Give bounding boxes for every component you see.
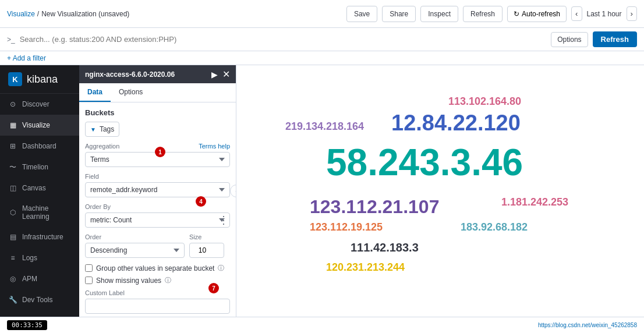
share-button[interactable]: Share	[382, 6, 416, 22]
field-select[interactable]: remote_addr.keyword	[85, 182, 230, 197]
terms-help-link[interactable]: Terms help	[199, 143, 230, 150]
search-prompt-icon: >_	[7, 36, 15, 44]
main-content: K kibana ⊙ Discover ▦ Visualize ⊞ Dashbo…	[0, 65, 644, 317]
auto-refresh-label: Auto-refresh	[522, 10, 560, 18]
kibana-icon: K	[8, 72, 22, 86]
ip-tag[interactable]: 120.231.213.244	[326, 261, 405, 274]
ip-tag[interactable]: 1.181.242.253	[501, 196, 568, 208]
bottom-bar: 00:33:35 https://blog.csdn.net/weixin_45…	[0, 317, 644, 333]
ip-tag[interactable]: 113.102.164.80	[448, 95, 521, 108]
group-other-label: Group other values in separate bucket	[96, 264, 214, 272]
ip-tag[interactable]: 12.84.22.120	[391, 111, 521, 136]
order-label: Order	[85, 233, 185, 240]
refresh-top-button[interactable]: Refresh	[463, 6, 503, 22]
nav-next-button[interactable]: ›	[627, 6, 637, 21]
size-input[interactable]	[189, 243, 224, 258]
time-range-label: Last 1 hour	[587, 10, 622, 18]
sidebar-item-label: Machine Learning	[22, 204, 71, 221]
search-refresh-button[interactable]: Refresh	[593, 31, 637, 47]
panel-body: Buckets ▼ Tags Aggregation Terms help Te…	[79, 102, 236, 317]
ip-tag[interactable]: 219.134.218.164	[285, 121, 364, 133]
ip-tag[interactable]: 183.92.68.182	[461, 221, 528, 233]
play-button[interactable]: ▶	[211, 70, 218, 79]
show-missing-row: Show missing values ⓘ	[85, 276, 230, 285]
sidebar-item-label: Logs	[22, 254, 37, 262]
sidebar-item-timelion[interactable]: 〜 Timelion	[0, 157, 79, 178]
size-label: Size	[189, 233, 230, 240]
aggregation-select[interactable]: Terms	[85, 152, 230, 167]
sidebar-item-discover[interactable]: ⊙ Discover	[0, 94, 79, 115]
sidebar-item-infrastructure[interactable]: ▤ Infrastructure	[0, 226, 79, 247]
tags-button[interactable]: ▼ Tags	[85, 122, 119, 137]
kibana-text: kibana	[27, 73, 58, 86]
wrench-icon: 🔧	[8, 295, 17, 304]
grid-icon: ⊞	[8, 141, 17, 151]
sidebar-item-apm[interactable]: ◎ APM	[0, 268, 79, 289]
order-size-row: Order Descending Size	[85, 233, 230, 258]
save-button[interactable]: Save	[346, 6, 377, 22]
sidebar-item-label: Dev Tools	[22, 296, 52, 304]
custom-label-input[interactable]	[85, 299, 230, 314]
breadcrumb-visualize[interactable]: Visualize	[7, 10, 35, 18]
time-badge: 00:33:35	[7, 320, 47, 330]
tags-label: Tags	[100, 125, 114, 133]
buckets-title: Buckets	[85, 108, 230, 117]
sidebar-item-label: Infrastructure	[22, 233, 63, 241]
sidebar-item-machine-learning[interactable]: ⬡ Machine Learning	[0, 199, 79, 226]
order-by-select-wrap: metric: Count ⋮	[85, 212, 230, 228]
sidebar-item-label: APM	[22, 275, 37, 283]
tag-cloud: 113.102.164.80219.134.218.16412.84.22.12…	[236, 65, 644, 317]
sidebar-item-label: Discover	[22, 100, 49, 108]
order-by-label: Order By	[85, 203, 230, 210]
nav-prev-button[interactable]: ‹	[571, 6, 582, 21]
group-other-info-icon: ⓘ	[218, 264, 224, 272]
sidebar-item-label: Timelion	[22, 163, 48, 171]
search-input[interactable]	[20, 35, 547, 44]
add-filter-button[interactable]: + Add a filter	[7, 54, 46, 62]
breadcrumb-separator: /	[37, 10, 39, 18]
refresh-icon: ↻	[514, 10, 519, 18]
filter-bar: + Add a filter	[0, 51, 644, 65]
apm-icon: ◎	[8, 274, 17, 284]
tab-data[interactable]: Data	[79, 83, 111, 102]
options-button[interactable]: Options	[551, 32, 588, 47]
close-panel-button[interactable]: ✕	[222, 69, 230, 80]
sidebar-item-dashboard[interactable]: ⊞ Dashboard	[0, 136, 79, 157]
compass-icon: ⊙	[8, 100, 17, 109]
search-bar: >_ Options Refresh	[0, 28, 644, 51]
breadcrumb: Visualize / New Visualization (unsaved)	[7, 10, 129, 18]
sidebar-item-dev-tools[interactable]: 🔧 Dev Tools	[0, 289, 79, 310]
order-select[interactable]: Descending	[85, 243, 185, 258]
sidebar-item-logs[interactable]: ≡ Logs	[0, 247, 79, 268]
show-missing-checkbox[interactable]	[85, 277, 93, 284]
kibana-logo: K kibana	[0, 65, 79, 94]
inspect-button[interactable]: Inspect	[420, 6, 458, 22]
tags-arrow-icon: ▼	[90, 126, 96, 133]
sidebar-item-visualize[interactable]: ▦ Visualize	[0, 115, 79, 136]
sidebar: K kibana ⊙ Discover ▦ Visualize ⊞ Dashbo…	[0, 65, 79, 317]
show-missing-info-icon: ⓘ	[165, 276, 171, 285]
panel-index-title: nginx-access-6.6.0-2020.06	[85, 70, 209, 79]
order-by-select[interactable]: metric: Count	[85, 212, 230, 228]
ip-tag[interactable]: 123.112.21.107	[310, 196, 439, 218]
sidebar-item-monitoring[interactable]: ◻ Monitoring	[0, 310, 79, 317]
server-icon: ▤	[8, 232, 17, 242]
sidebar-item-label: Dashboard	[22, 142, 56, 150]
top-bar-actions: Save Share Inspect Refresh ↻ Auto-refres…	[346, 6, 637, 22]
panel-tabs: Data Options	[79, 83, 236, 102]
more-options-icon[interactable]: ⋮	[218, 214, 229, 226]
file-text-icon: ≡	[8, 253, 17, 263]
bottom-url: https://blog.csdn.net/weixin_45262858	[538, 322, 637, 328]
custom-label-title: Custom Label	[85, 289, 230, 296]
breadcrumb-new-viz: New Visualization (unsaved)	[41, 10, 129, 18]
ip-tag[interactable]: 111.42.183.3	[351, 241, 419, 254]
ip-tag[interactable]: 123.112.19.125	[310, 221, 383, 233]
aggregation-label: Aggregation Terms help	[85, 143, 230, 150]
ip-tag[interactable]: 58.243.3.46	[326, 141, 523, 184]
sidebar-item-canvas[interactable]: ◫ Canvas	[0, 178, 79, 199]
visualization-area: 113.102.164.80219.134.218.16412.84.22.12…	[236, 65, 644, 317]
tab-options[interactable]: Options	[111, 83, 151, 102]
auto-refresh-button[interactable]: ↻ Auto-refresh	[507, 6, 567, 22]
left-panel: nginx-access-6.6.0-2020.06 ▶ ✕ Data Opti…	[79, 65, 236, 317]
group-other-checkbox[interactable]	[85, 264, 93, 272]
